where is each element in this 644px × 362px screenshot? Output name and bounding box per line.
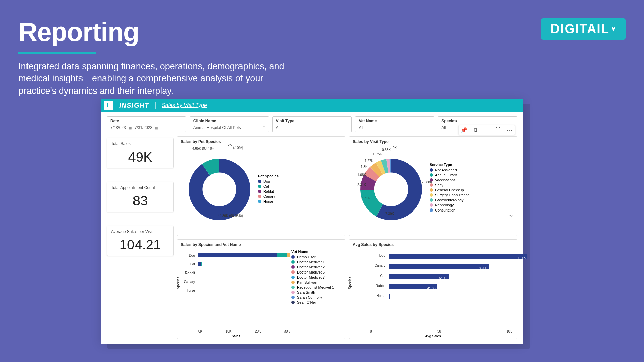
swatch-icon	[258, 200, 261, 203]
filter-date[interactable]: Date 7/1/2023 ▦ 7/31/2023 ▦	[107, 116, 186, 132]
x-axis-title: Sales	[232, 334, 240, 338]
filter-icon[interactable]: ≡	[483, 127, 490, 133]
swatch-icon	[291, 291, 295, 294]
legend-item[interactable]: Sara Smith	[291, 290, 342, 294]
more-icon[interactable]: ⋯	[506, 127, 513, 133]
bar-row: Dog118.05	[371, 252, 512, 260]
legend-item[interactable]: Not Assigned	[430, 168, 514, 172]
donut-species	[181, 151, 258, 228]
date-to[interactable]: 7/31/2023	[135, 125, 152, 130]
legend-vet-title: Vet Name	[291, 250, 342, 254]
legend-item[interactable]: Doctor Medivet 1	[291, 260, 342, 264]
legend-item[interactable]: General Checkup	[430, 188, 514, 192]
bar[interactable]: 41.00	[389, 284, 437, 289]
filter-visit-value: All	[276, 125, 348, 130]
legend-item[interactable]: Doctor Medivet 7	[291, 275, 342, 279]
filter-clinic-label: Clinic Name	[193, 119, 265, 123]
bar-category-label: Horse	[181, 289, 197, 292]
legend-label: Doctor Medivet 7	[297, 275, 325, 279]
legend-item[interactable]: Horse	[258, 199, 342, 203]
kpi-avg-sales-label: Average Sales per Visit	[111, 229, 169, 234]
filter-vet[interactable]: Vet Name All ⌄	[355, 116, 434, 132]
bar[interactable]: 85.00	[389, 264, 489, 269]
report-page-name[interactable]: Sales by Visit Type	[162, 102, 207, 108]
swatch-icon	[430, 208, 433, 212]
bar-category-label: Cat	[181, 262, 197, 266]
product-name: INSIGHT	[119, 102, 149, 109]
bar-segment[interactable]	[198, 262, 201, 266]
bar-category-label: Cat	[371, 274, 387, 278]
bar-row: Dog	[198, 252, 290, 259]
page-subtitle: Integrated data spanning finances, opera…	[18, 60, 300, 97]
filter-vet-label: Vet Name	[359, 119, 431, 123]
panel-stacked-title: Sales by Species and Vet Name	[181, 242, 342, 247]
calendar-icon[interactable]: ▦	[129, 126, 132, 130]
legend-label: Nephrology	[435, 203, 454, 207]
bar-segment[interactable]	[198, 253, 277, 257]
swatch-icon	[258, 190, 261, 193]
panel-species-title: Sales by Pet Species	[181, 139, 342, 144]
bar-category-label: Rabbit	[181, 271, 197, 275]
legend-label: Rabbit	[263, 189, 274, 193]
bar-segment[interactable]	[201, 262, 202, 266]
legend-item[interactable]: Doctor Medivet 5	[291, 270, 342, 274]
pin-icon[interactable]: 📌	[461, 127, 467, 133]
copy-icon[interactable]: ⧉	[472, 127, 479, 133]
bar-category-label: Dog	[371, 254, 387, 257]
legend-item[interactable]: Surgery Consultation	[430, 193, 514, 197]
legend-item[interactable]: Canary	[258, 194, 342, 198]
swatch-icon	[291, 276, 295, 279]
legend-item[interactable]: Dog	[258, 179, 342, 183]
bar-value-label: 118.05	[516, 256, 526, 261]
filter-visit-type[interactable]: Visit Type All ⌄	[272, 116, 352, 132]
legend-item[interactable]: Sarah Connolly	[291, 295, 342, 299]
panel-sales-by-species[interactable]: Sales by Pet Species Pet Species DogCatR…	[177, 136, 345, 236]
paw-icon: ♥	[611, 25, 616, 33]
legend-label: Doctor Medivet 5	[297, 270, 325, 274]
legend-scroll-icon[interactable]: ⌄	[430, 213, 514, 216]
date-from[interactable]: 7/1/2023	[110, 125, 126, 130]
filter-clinic[interactable]: Clinic Name Animal Hospital Of All Pets …	[190, 116, 269, 132]
bar-value-label: 51.15	[439, 276, 447, 281]
legend-label: Sarah Connolly	[297, 295, 322, 299]
panel-avg-sales[interactable]: Avg Sales by Species Species Dog118.05Ca…	[349, 239, 517, 339]
panel-sales-by-species-vet[interactable]: Sales by Species and Vet Name Species Do…	[177, 239, 345, 339]
legend-item[interactable]: Kim Sullivan	[291, 280, 342, 284]
legend-item[interactable]: Demo User	[291, 255, 342, 259]
legend-visit: Service Type Not AssignedAnnual ExamVacc…	[430, 163, 514, 216]
legend-item[interactable]: Spay	[430, 183, 514, 187]
legend-item[interactable]: Rabbit	[258, 189, 342, 193]
legend-item[interactable]: Doctor Medivet 2	[291, 265, 342, 269]
legend-item[interactable]: Consultation	[430, 208, 514, 212]
calendar-icon[interactable]: ▦	[155, 126, 158, 130]
swatch-icon	[430, 168, 433, 172]
kpi-avg-sales-value: 104.21	[111, 237, 169, 252]
bar-category-label: Canary	[181, 280, 197, 284]
legend-label: Not Assigned	[435, 168, 457, 172]
legend-item[interactable]: Gastroenterology	[430, 198, 514, 202]
bar-segment[interactable]	[277, 253, 287, 257]
legend-item[interactable]: Vaccinations	[430, 178, 514, 182]
page-title: Reporting	[18, 17, 139, 47]
chevron-down-icon: ⌄	[263, 124, 265, 128]
x-tick: 30K	[284, 329, 290, 333]
legend-label: Annual Exam	[435, 173, 457, 177]
bar-segment[interactable]	[287, 253, 290, 257]
legend-label: Sara Smith	[297, 290, 315, 294]
bar[interactable]: 118.05	[389, 254, 527, 259]
legend-item[interactable]: Sean O'Neil	[291, 300, 342, 304]
swatch-icon	[430, 198, 433, 202]
swatch-icon	[430, 188, 433, 192]
bar-value-label: 85.00	[479, 266, 487, 271]
legend-item[interactable]: Receptionist Medivet 1	[291, 285, 342, 289]
bar[interactable]: 51.15	[389, 274, 449, 279]
focus-icon[interactable]: ⛶	[495, 127, 501, 133]
dashboard-window: L INSIGHT Sales by Visit Type Date 7/1/2…	[101, 99, 523, 344]
legend-item[interactable]: Annual Exam	[430, 173, 514, 177]
legend-item[interactable]: Nephrology	[430, 203, 514, 207]
panel-sales-by-visit[interactable]: Sales by Visit Type Service Type Not Ass…	[349, 136, 517, 236]
bar[interactable]	[389, 294, 390, 299]
legend-item[interactable]: Cat	[258, 184, 342, 188]
legend-label: Dog	[263, 179, 270, 183]
y-axis-title: Species	[176, 276, 180, 289]
